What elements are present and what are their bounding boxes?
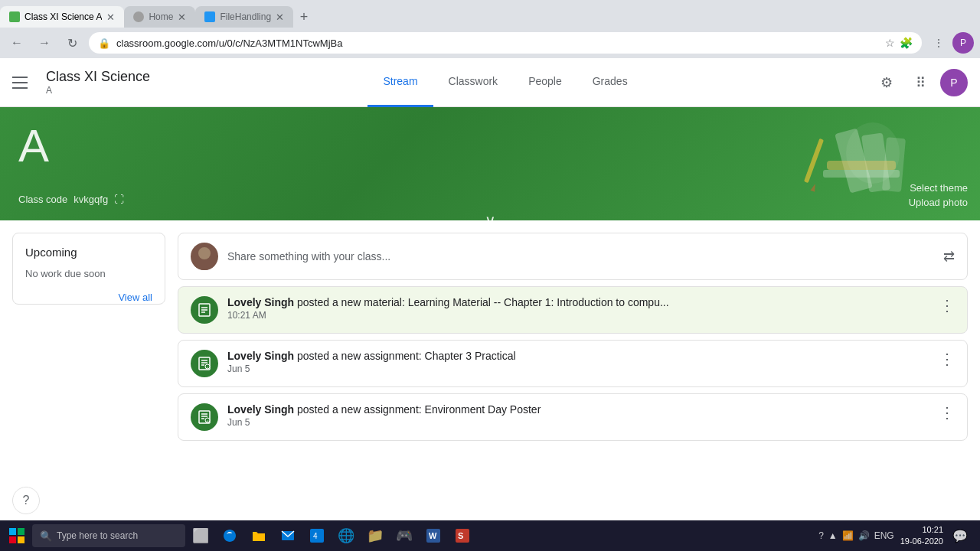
tab-title: FileHandling <box>220 11 271 22</box>
taskbar-search[interactable]: 🔍 Type here to search <box>32 524 185 547</box>
taskbar-edge-icon[interactable] <box>216 522 243 549</box>
tab-close-icon[interactable]: ✕ <box>106 11 115 23</box>
nav-tab-people[interactable]: People <box>513 58 577 107</box>
post-icon: ✓ <box>191 403 218 431</box>
post-time: Jun 5 <box>227 364 930 374</box>
svg-text:4: 4 <box>313 532 318 540</box>
taskbar-search-text: Type here to search <box>57 530 138 541</box>
svg-rect-27 <box>18 528 24 535</box>
address-icons: ☆ 🧩 <box>885 37 913 49</box>
hamburger-menu[interactable] <box>12 69 40 96</box>
tab-classroom[interactable]: Class XI Science A ✕ <box>0 6 124 28</box>
banner-letter: A <box>18 119 49 172</box>
tab-filehandling[interactable]: FileHandling ✕ <box>195 6 293 28</box>
svg-text:✓: ✓ <box>206 419 209 423</box>
upcoming-title: Upcoming <box>25 246 152 259</box>
svg-rect-28 <box>9 536 16 543</box>
nav-tab-classwork[interactable]: Classwork <box>433 58 514 107</box>
posts-container: Lovely Singh posted a new material: Lear… <box>178 286 968 441</box>
taskbar-volume-icon[interactable]: 🔊 <box>858 530 870 541</box>
tab-title: Class XI Science A <box>24 11 102 22</box>
more-options-icon[interactable]: ⋮ <box>928 32 949 54</box>
address-text: classroom.google.com/u/0/c/NzA3MTM1NTcwM… <box>116 37 342 49</box>
feed: Share something with your class... ⇄ Lov… <box>178 233 968 539</box>
tab-close-icon[interactable]: ✕ <box>276 11 284 23</box>
refresh-button[interactable]: ↻ <box>61 32 83 54</box>
post-menu-button[interactable]: ⋮ <box>939 296 955 315</box>
post-time: 10:21 AM <box>227 310 930 321</box>
back-button[interactable]: ← <box>6 32 28 54</box>
browser-profile[interactable]: P <box>952 32 974 54</box>
user-profile[interactable]: P <box>940 69 968 96</box>
upcoming-card: Upcoming No work due soon View all <box>12 233 165 305</box>
class-title: Class XI Science A <box>46 69 150 96</box>
svg-point-8 <box>198 247 211 259</box>
task-view-icon[interactable]: ⬜ <box>187 522 214 549</box>
svg-rect-29 <box>18 536 24 543</box>
nav-tab-stream[interactable]: Stream <box>368 58 433 107</box>
share-placeholder[interactable]: Share something with your class... <box>227 250 934 262</box>
taskbar-right: ? ▲ 📶 🔊 ENG 10:21 19-06-2020 💬 <box>818 524 977 548</box>
taskbar-store-icon[interactable]: 4 <box>303 522 331 549</box>
star-icon[interactable]: ☆ <box>885 37 895 49</box>
taskbar-app6-icon[interactable]: 📁 <box>361 522 389 549</box>
nav-tabs: StreamClassworkPeopleGrades <box>368 58 642 107</box>
post-title: Lovely Singh posted a new material: Lear… <box>227 296 930 308</box>
post-menu-button[interactable]: ⋮ <box>939 403 955 422</box>
post-menu-button[interactable]: ⋮ <box>939 350 955 368</box>
clock-time: 10:21 <box>900 524 943 536</box>
banner-background <box>0 107 980 220</box>
help-button[interactable]: ? <box>12 487 40 514</box>
post-icon: ✓ <box>191 350 218 377</box>
address-box[interactable]: 🔒 classroom.google.com/u/0/c/NzA3MTM1NTc… <box>89 32 922 54</box>
post-card-post2[interactable]: ✓ Lovely Singh posted a new assignment: … <box>178 340 968 387</box>
share-avatar <box>191 243 218 270</box>
share-box[interactable]: Share something with your class... ⇄ <box>178 233 968 280</box>
taskbar-folder-icon[interactable] <box>245 522 273 549</box>
upload-photo-button[interactable]: Upload photo <box>909 197 968 208</box>
svg-point-5 <box>846 122 900 184</box>
add-tab-button[interactable]: + <box>293 6 315 28</box>
taskbar-app8-icon[interactable]: S <box>449 522 476 549</box>
address-bar: ← → ↻ 🔒 classroom.google.com/u/0/c/NzA3M… <box>0 28 980 58</box>
post-card-post3[interactable]: ✓ Lovely Singh posted a new assignment: … <box>178 393 968 441</box>
taskbar-help-icon[interactable]: ? <box>818 530 824 541</box>
apps-icon[interactable]: ⠿ <box>906 69 934 96</box>
taskbar: 🔍 Type here to search ⬜ 4 🌐 📁 🎮 W S ? ▲ … <box>0 520 980 551</box>
banner: A Class code kvkgqfg ⛶ Select theme Uplo… <box>0 107 980 220</box>
taskbar-sys-icons: ? ▲ 📶 🔊 ENG <box>818 530 894 541</box>
start-button[interactable] <box>3 522 31 549</box>
notification-icon[interactable]: 💬 <box>949 525 971 546</box>
top-nav: Class XI Science A StreamClassworkPeople… <box>0 58 980 107</box>
nav-tab-grades[interactable]: Grades <box>577 58 643 107</box>
taskbar-network-icon[interactable]: 📶 <box>842 530 854 541</box>
banner-actions: Select theme Upload photo <box>909 182 968 208</box>
taskbar-app7-icon[interactable]: 🎮 <box>390 522 418 549</box>
banner-class-code: Class code kvkgqfg ⛶ <box>18 194 124 205</box>
class-code-value: kvkgqfg <box>74 194 108 205</box>
taskbar-clock: 10:21 19-06-2020 <box>900 524 943 548</box>
post-card-post1[interactable]: Lovely Singh posted a new material: Lear… <box>178 286 968 334</box>
svg-text:S: S <box>458 531 463 540</box>
settings-icon[interactable]: ⚙ <box>873 69 900 96</box>
extension-icon[interactable]: 🧩 <box>900 37 913 49</box>
share-refresh-icon[interactable]: ⇄ <box>943 248 955 265</box>
tab-close-icon[interactable]: ✕ <box>178 11 186 23</box>
taskbar-app5-icon[interactable]: 🌐 <box>332 522 360 549</box>
select-theme-button[interactable]: Select theme <box>910 182 968 194</box>
tab-favicon <box>9 11 20 22</box>
app: Class XI Science A StreamClassworkPeople… <box>0 58 980 551</box>
taskbar-mail-icon[interactable] <box>274 522 302 549</box>
taskbar-up-icon[interactable]: ▲ <box>828 530 838 541</box>
class-section: A <box>46 85 150 96</box>
banner-chevron[interactable]: ∨ <box>485 211 496 220</box>
forward-button[interactable]: → <box>34 32 55 54</box>
class-code-expand-icon[interactable]: ⛶ <box>114 194 124 205</box>
taskbar-word-icon[interactable]: W <box>420 522 447 549</box>
taskbar-lang-icon: ENG <box>874 530 894 541</box>
svg-rect-26 <box>9 528 16 535</box>
class-name: Class XI Science <box>46 69 150 85</box>
tab-home[interactable]: Home ✕ <box>124 6 195 28</box>
browser-action-icons: ⋮ P <box>928 32 974 54</box>
view-all-button[interactable]: View all <box>118 292 152 303</box>
